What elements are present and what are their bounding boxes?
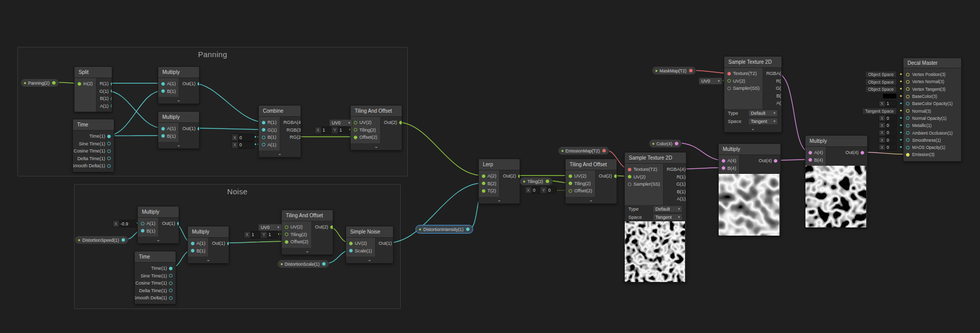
wire[interactable] [680, 168, 723, 169]
field-value[interactable]: 0 [531, 187, 541, 193]
output-port[interactable] [518, 174, 520, 178]
space-selector[interactable]: Object Space [865, 71, 897, 78]
property-node-distortion-scale[interactable]: DistortionScale(1) [277, 260, 329, 268]
output-port[interactable] [614, 174, 617, 178]
default-value-field[interactable]: X 0 [878, 122, 897, 129]
default-value-field[interactable]: X 1 Y 1 [314, 126, 349, 134]
input-port[interactable] [727, 79, 731, 83]
uv-channel-dropdown[interactable]: UV0▾ [329, 119, 353, 126]
default-value-field[interactable]: X 0 [878, 130, 897, 136]
node-multiply-noise-1[interactable]: Multiply A(1) B(1) Out(1) ⌄ [137, 206, 179, 244]
input-port[interactable] [482, 182, 485, 185]
input-port[interactable] [906, 80, 910, 84]
field-value[interactable]: 1 [885, 101, 896, 107]
shader-graph-canvas[interactable]: Panning Noise [0, 0, 980, 333]
input-port[interactable] [569, 182, 572, 185]
node-time-panning[interactable]: Time Time(1) Sine Time(1) Cosine Time(1)… [72, 119, 114, 172]
input-port[interactable] [906, 124, 910, 127]
collapse-chevron-icon[interactable]: ⌄ [351, 143, 402, 150]
output-port[interactable] [107, 164, 111, 168]
output-port[interactable] [111, 104, 112, 108]
output-port[interactable] [169, 281, 173, 285]
output-port[interactable] [675, 142, 678, 145]
space-dropdown[interactable]: Tangent▾ [653, 214, 682, 221]
type-dropdown[interactable]: Default▾ [748, 110, 778, 117]
node-split[interactable]: Split In(2) R(1) G(1) B(1) A(1) [74, 66, 112, 112]
input-port[interactable] [906, 116, 910, 120]
output-port[interactable] [861, 151, 864, 155]
input-port[interactable] [628, 183, 631, 186]
input-port[interactable] [354, 121, 357, 124]
output-port[interactable] [466, 227, 470, 231]
collapse-chevron-icon[interactable]: ⌄ [282, 248, 333, 254]
output-port[interactable] [107, 149, 111, 153]
space-dropdown[interactable]: Tangent▾ [748, 118, 778, 125]
space-selector[interactable]: Tangent Space [862, 108, 897, 115]
space-selector[interactable]: Object Space [865, 86, 897, 93]
node-tiling-offset-main[interactable]: Tiling And Offset UV(2) Tiling(2) Offset… [565, 159, 617, 204]
default-value-field[interactable]: X 0 [231, 141, 255, 149]
wire[interactable] [387, 183, 483, 243]
field-value[interactable]: 0 [238, 134, 254, 141]
input-port[interactable] [161, 134, 165, 138]
input-port[interactable] [349, 249, 353, 252]
field-value[interactable]: 0 [547, 187, 556, 193]
node-simple-noise[interactable]: Simple Noise UV(2) Scale(1) Out(1) ⌄ [346, 226, 394, 264]
input-port[interactable] [349, 242, 353, 245]
input-port[interactable] [161, 127, 165, 131]
input-port[interactable] [78, 82, 81, 86]
input-port[interactable] [569, 189, 572, 193]
output-port[interactable] [52, 81, 56, 85]
input-port[interactable] [906, 109, 910, 113]
input-port[interactable] [628, 168, 631, 171]
default-value-field[interactable]: X 0 [231, 134, 255, 141]
node-sample-texture-mask[interactable]: Sample Texture 2D Texture(T2) UV(2) Samp… [724, 56, 782, 133]
input-port[interactable] [482, 174, 485, 178]
property-node-emission-map[interactable]: EmissionMap(T2) [558, 146, 609, 155]
node-lerp[interactable]: Lerp A(2) B(2) T(2) Out(2) ⌄ [478, 159, 520, 204]
input-port[interactable] [906, 138, 910, 142]
wire[interactable] [193, 83, 263, 122]
property-node-color[interactable]: Color(4) [649, 139, 682, 148]
collapse-chevron-icon[interactable]: ⌄ [479, 197, 520, 203]
default-value-field[interactable]: X 0 Y 0 [525, 186, 556, 194]
node-multiply-pan-1[interactable]: Multiply A(1) B(1) Out(1) ⌄ [158, 66, 200, 104]
field-value[interactable]: 0 [238, 142, 254, 148]
property-node-mask-map[interactable]: MaskMap(T2) [652, 66, 696, 75]
input-port[interactable] [482, 189, 485, 193]
wire[interactable] [107, 91, 163, 136]
field-value[interactable]: 0 [885, 137, 896, 143]
output-port[interactable] [107, 142, 111, 145]
input-port[interactable] [569, 174, 572, 178]
input-port[interactable] [906, 95, 910, 98]
collapse-chevron-icon[interactable]: ⌄ [724, 125, 781, 132]
collapse-chevron-icon[interactable]: ⌄ [158, 142, 199, 148]
collapse-chevron-icon[interactable]: ⌄ [138, 237, 179, 243]
output-port[interactable] [107, 135, 111, 138]
output-port[interactable] [602, 149, 606, 152]
type-dropdown[interactable]: Default▾ [653, 206, 682, 213]
wire[interactable] [396, 122, 483, 175]
node-tiling-offset-panning[interactable]: Tiling And Offset UV(2) Tiling(2) Offset… [350, 105, 402, 150]
output-port[interactable] [330, 225, 333, 229]
collapse-chevron-icon[interactable]: ⌄ [346, 257, 393, 263]
collapse-chevron-icon[interactable]: ⌄ [566, 197, 617, 203]
uv-channel-dropdown[interactable]: UV0▾ [258, 224, 282, 231]
default-value-field[interactable]: X 0 [878, 137, 897, 143]
node-decal-master[interactable]: Decal Master Vertex Position(3) Vertex N… [903, 58, 962, 162]
color-swatch[interactable] [883, 93, 897, 99]
field-value[interactable]: 0 [885, 144, 896, 150]
output-port[interactable] [169, 267, 173, 270]
input-port[interactable] [906, 73, 910, 76]
node-multiply-noise-2[interactable]: Multiply A(1) B(1) Out(1) ⌄ [187, 226, 229, 264]
input-port[interactable] [722, 159, 725, 163]
wire[interactable] [193, 128, 263, 130]
field-value[interactable]: 1 [338, 127, 349, 134]
input-port[interactable] [262, 143, 265, 146]
field-value[interactable]: -0.9 [119, 220, 136, 227]
input-port[interactable] [906, 87, 910, 91]
wire[interactable] [862, 152, 908, 154]
node-multiply-pan-2[interactable]: Multiply A(1) B(1) Out(1) ⌄ [158, 111, 200, 149]
input-port[interactable] [906, 146, 910, 149]
field-value[interactable]: 0 [885, 115, 896, 121]
